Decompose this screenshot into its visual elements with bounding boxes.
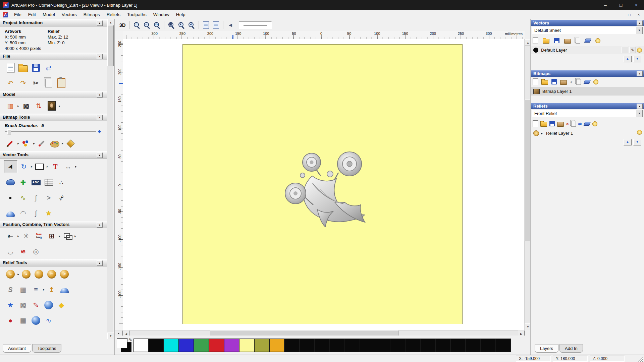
lock-layer-icon[interactable] xyxy=(622,47,628,53)
colour-picker-icon[interactable] xyxy=(36,137,48,149)
view-3d-button[interactable]: 3D xyxy=(118,20,127,30)
collapse-section-button[interactable]: ▲ xyxy=(637,71,643,76)
open-relief-layer-icon[interactable] xyxy=(540,120,547,128)
collapse-section-button[interactable]: ▲ xyxy=(637,20,643,26)
collapse-section-button[interactable]: ▲ xyxy=(97,54,103,59)
palette-colour-23[interactable] xyxy=(481,339,496,352)
palette-colour-10[interactable] xyxy=(284,339,300,352)
freehand-curve-icon[interactable]: ∿ xyxy=(17,192,30,204)
palette-colour-4[interactable] xyxy=(194,339,209,352)
flyout-arrow-icon[interactable]: ▸ xyxy=(30,165,33,168)
join-vectors-icon[interactable]: ◡ xyxy=(4,245,17,257)
sphere-relief-icon[interactable] xyxy=(30,314,42,326)
file-section-header[interactable]: File ▲ xyxy=(0,53,107,60)
assistant-scrollbar[interactable]: ▲ ▼ xyxy=(107,19,113,339)
child-close-button[interactable]: × xyxy=(635,11,643,18)
create-dome-icon[interactable] xyxy=(58,284,71,296)
minimize-button[interactable]: – xyxy=(598,0,613,10)
swept-profile-icon[interactable]: S xyxy=(4,284,17,296)
extrude-relief-icon[interactable]: ⇗ xyxy=(58,268,71,280)
zoom-objects-icon[interactable]: ● xyxy=(177,20,186,30)
measure-icon[interactable]: ↔ xyxy=(62,161,74,173)
delete-vector-layer-icon[interactable] xyxy=(585,37,591,45)
save-relief-layer-icon[interactable] xyxy=(549,120,555,128)
flyout-arrow-icon[interactable]: ▸ xyxy=(17,273,20,276)
relief-layer-row[interactable]: ▸ Relief Layer 1 xyxy=(531,129,644,137)
invert-relief-icon[interactable]: ⇅ xyxy=(33,100,45,112)
text-on-curve-icon[interactable]: ABC xyxy=(30,176,42,188)
collapse-section-button[interactable]: ▲ xyxy=(97,260,103,266)
flyout-arrow-icon[interactable]: ▸ xyxy=(74,234,77,238)
relief-selector[interactable]: Front Relief ▼ xyxy=(532,110,643,117)
project-information-header[interactable]: Project Information ▲ xyxy=(0,19,107,26)
horizontal-ruler[interactable]: millimetres -300-250-200-150-100-5005010… xyxy=(123,31,525,40)
merge-bitmap-layers-icon[interactable] xyxy=(560,78,567,86)
create-spiral-icon[interactable]: ◎ xyxy=(30,245,42,257)
fit-curves-icon[interactable]: ◠ xyxy=(17,207,30,219)
menu-reliefs[interactable]: Reliefs xyxy=(103,11,124,18)
paint-relief-icon[interactable]: ✎ xyxy=(30,299,42,311)
texture-relief-icon[interactable]: ▦ xyxy=(17,284,30,296)
edit-layer-icon[interactable]: ✎ xyxy=(629,47,636,53)
transform-vectors-icon[interactable]: ↻ xyxy=(17,161,30,173)
palette-colour-21[interactable] xyxy=(450,339,466,352)
palette-colour-19[interactable] xyxy=(420,339,435,352)
weld-vectors-icon[interactable]: ≋ xyxy=(17,245,30,257)
paint-brush-icon[interactable] xyxy=(4,137,17,149)
texture-sphere-icon[interactable] xyxy=(42,299,55,311)
zoom-window-icon[interactable]: ▭ xyxy=(152,20,162,30)
dropdown-arrow-icon[interactable]: ▼ xyxy=(636,110,642,117)
star-relief-icon[interactable]: ★ xyxy=(4,299,17,311)
align-vectors-icon[interactable]: ⇤ xyxy=(4,230,17,242)
collapse-section-button[interactable]: ▲ xyxy=(97,153,103,158)
save-bitmap-layer-icon[interactable] xyxy=(551,78,557,86)
vertical-scrollbar[interactable]: ▲ ▼ xyxy=(524,39,530,330)
create-profile-icon[interactable]: ∫ xyxy=(30,207,42,219)
copy-vector-layer-icon[interactable] xyxy=(576,37,580,45)
collapse-section-button[interactable]: ▲ xyxy=(637,104,643,109)
primary-colour[interactable] xyxy=(117,338,127,348)
line-width-selector[interactable] xyxy=(239,21,272,29)
menu-file[interactable]: File xyxy=(11,11,25,18)
zoom-to-page-icon[interactable] xyxy=(201,20,211,30)
offset-relief-icon[interactable]: ≡ xyxy=(30,284,42,296)
smooth-relief-icon[interactable]: ∿ xyxy=(4,268,17,280)
tab-assistant[interactable]: Assistant xyxy=(3,344,31,353)
delete-relief-layer-icon[interactable] xyxy=(584,120,590,128)
model-section-header[interactable]: Model ▲ xyxy=(0,91,107,98)
select-vectors-icon[interactable]: ➤ xyxy=(4,160,17,173)
palette-colour-18[interactable] xyxy=(405,339,420,352)
palette-colour-22[interactable] xyxy=(466,339,481,352)
shape-editor-icon[interactable] xyxy=(33,268,45,280)
spin-relief-icon[interactable]: ↥ xyxy=(45,284,58,296)
toggle-all-relief-visibility-icon[interactable] xyxy=(592,120,597,128)
bezier-curve-icon[interactable]: ∫ xyxy=(30,192,42,204)
vector-layer-row[interactable]: Default Layer ✎ xyxy=(531,46,644,54)
flood-fill-icon[interactable] xyxy=(20,137,33,149)
new-bitmap-layer-icon[interactable] xyxy=(533,78,538,86)
extrude-icon[interactable] xyxy=(4,207,17,219)
palette-icon[interactable] xyxy=(48,137,61,149)
flyout-arrow-icon[interactable]: ▸ xyxy=(42,288,45,291)
new-relief-layer-icon[interactable] xyxy=(533,120,538,128)
transfer-relief-layer-icon[interactable]: ⇄ xyxy=(578,120,582,128)
primary-secondary-colour-swatch[interactable]: ✎ xyxy=(117,338,132,352)
flyout-arrow-icon[interactable]: ▸ xyxy=(58,234,61,238)
resize-grip[interactable] xyxy=(638,357,643,362)
merge-relief-layers-icon[interactable] xyxy=(557,120,564,128)
block-array-icon[interactable]: ⊞ xyxy=(45,230,58,242)
create-text-icon[interactable]: T xyxy=(49,161,62,173)
clear-relief-layer-icon[interactable]: × xyxy=(566,120,569,128)
move-layer-up-button[interactable]: ▲ xyxy=(624,139,632,145)
flyout-arrow-icon[interactable]: ▸ xyxy=(17,234,20,238)
block-copy-icon[interactable] xyxy=(42,176,55,188)
copy-bitmap-layer-icon[interactable] xyxy=(576,78,581,86)
flyout-arrow-icon[interactable]: ▸ xyxy=(17,104,20,108)
create-polygon-icon[interactable]: ✚ xyxy=(17,176,30,188)
palette-colour-1[interactable] xyxy=(149,339,164,352)
vector-doctor-icon[interactable] xyxy=(4,176,17,188)
flyout-arrow-icon[interactable]: ▸ xyxy=(74,165,77,168)
palette-colour-12[interactable] xyxy=(315,339,330,352)
sheet-selector[interactable]: Default Sheet ▼ xyxy=(532,27,643,34)
circular-array-icon[interactable]: ✳ xyxy=(20,230,33,242)
